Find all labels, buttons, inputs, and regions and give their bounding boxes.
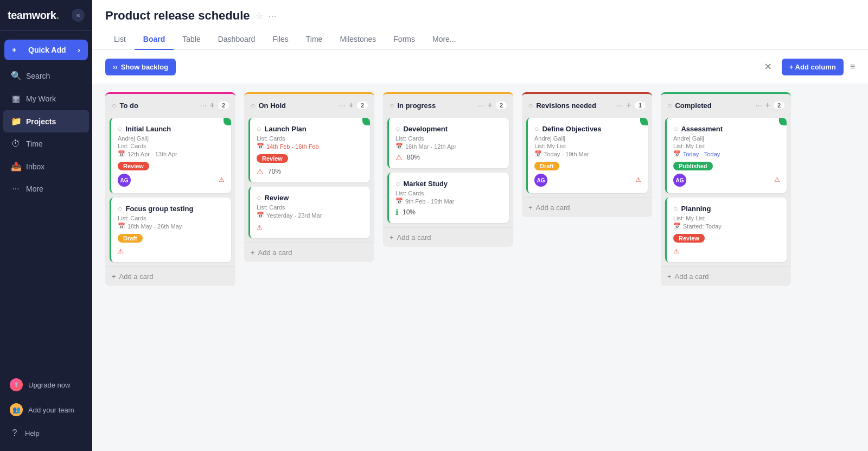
card-development[interactable]: ○ Development List: Cards 📅 16th Mar - 1… [387,118,509,168]
calendar-icon: 📅 [395,198,403,205]
help-item[interactable]: ? Help [4,423,88,443]
filter-icon[interactable]: ≡ [850,62,855,72]
card-initial-launch[interactable]: ○ Initial Launch Andrej Gailj List: Card… [110,118,231,193]
card-check-icon: ○ [673,204,678,213]
column-completed: ○ Completed ··· + 2 ○ Assessment Andrej … [661,92,791,286]
todo-count: 2 [218,101,229,109]
completed-add-button[interactable]: + [765,100,770,110]
tab-board[interactable]: Board [135,29,174,50]
todo-add-button[interactable]: + [210,100,215,110]
progress-row: ⚠ 80% [395,153,502,162]
warning-icon: ⚠ [219,176,225,183]
sidebar-item-search[interactable]: 🔍 Search [3,65,89,87]
sidebar-item-quick-add[interactable]: + Quick Add › [4,40,88,60]
more-label: More [26,185,43,193]
progress-value: 80% [407,154,420,161]
tab-forms[interactable]: Forms [385,29,424,50]
progress-warning-icon: ⚠ [395,153,403,162]
tab-milestones[interactable]: Milestones [331,29,385,50]
card-launch-plan[interactable]: ○ Launch Plan List: Cards 📅 14th Feb - 1… [248,118,370,182]
inprogress-add-button[interactable]: + [488,100,493,110]
sidebar-item-time[interactable]: ⏱ Time [3,133,89,155]
card-warning-row: ⚠ [257,222,363,232]
sidebar-item-projects[interactable]: 📁 Projects [3,110,89,132]
inprogress-add-card[interactable]: + Add a card [383,227,513,247]
onhold-cards: ○ Launch Plan List: Cards 📅 14th Feb - 1… [244,115,374,242]
inbox-label: Inbox [26,162,44,171]
tab-table[interactable]: Table [174,29,209,50]
board-toolbar: ›› Show backlog ✕ + Add column ≡ [92,50,868,84]
calendar-icon: 📅 [118,223,125,230]
card-footer: AG ⚠ [118,170,225,187]
my-work-label: My Work [26,94,56,103]
card-list: List: Cards [118,215,225,221]
onhold-options-icon[interactable]: ··· [339,101,346,110]
card-focus-group[interactable]: ○ Focus group testing List: Cards 📅 18th… [110,198,231,262]
warning-icon: ⚠ [774,176,780,183]
completed-options-icon[interactable]: ··· [756,101,762,110]
card-date: 📅 Today - 19th Mar [534,150,641,157]
card-corner-indicator [640,118,648,125]
column-inprogress: ○ In progress ··· + 2 ○ Development List… [383,92,513,247]
card-market-study[interactable]: ○ Market Study List: Cards 📅 9th Feb - 1… [387,173,509,223]
sidebar-item-inbox[interactable]: 📥 Inbox [3,155,89,177]
card-assessment[interactable]: ○ Assessment Andrej Gailj List: My List … [665,118,787,193]
add-column-button[interactable]: + Add column [782,59,844,75]
card-planning[interactable]: ○ Planning List: My List 📅 Started: Toda… [665,198,787,262]
tab-bar: List Board Table Dashboard Files Time Mi… [105,29,855,49]
card-date: 📅 16th Mar - 12th Apr [395,143,502,150]
card-date: 📅 18th May - 26th May [118,223,225,230]
card-check-icon: ○ [118,124,122,133]
more-icon: ··· [11,184,21,194]
sidebar-collapse-button[interactable]: « [72,9,85,22]
revisions-add-button[interactable]: + [627,100,631,110]
upgrade-icon: ⬆ [10,378,23,391]
card-check-icon: ○ [395,179,400,188]
quick-add-label: Quick Add [28,46,66,54]
sidebar-item-more[interactable]: ··· More [3,178,89,200]
revisions-count: 1 [635,101,646,109]
card-date: 📅 12th Apr - 13th Apr [118,150,225,157]
column-onhold-header: ○ On Hold ··· + 2 [244,92,374,115]
project-title: Product release schedule [105,9,250,23]
tab-more[interactable]: More... [424,29,465,50]
todo-options-icon[interactable]: ··· [200,101,207,110]
add-card-icon: + [528,204,533,212]
completed-add-card[interactable]: + Add a card [661,266,791,286]
upgrade-item[interactable]: ⬆ Upgrade now [4,373,88,397]
add-card-label: Add a card [119,272,154,281]
calendar-icon: 📅 [673,150,681,157]
completed-count: 2 [774,101,784,109]
tab-files[interactable]: Files [264,29,297,50]
inprogress-check-icon: ○ [390,101,394,110]
add-team-item[interactable]: 👥 Add your team [4,398,88,422]
tab-list[interactable]: List [105,29,135,50]
add-card-label: Add a card [675,272,709,281]
revisions-options-icon[interactable]: ··· [617,101,623,110]
close-button[interactable]: ✕ [761,58,775,76]
sidebar-item-my-work[interactable]: ▦ My Work [3,87,89,110]
calendar-icon: 📅 [673,223,681,230]
show-backlog-label: Show backlog [121,63,168,71]
inprogress-options-icon[interactable]: ··· [478,101,484,110]
calendar-icon: 📅 [257,212,264,219]
card-review[interactable]: ○ Review List: Cards 📅 Yesterday - 23rd … [248,187,370,238]
card-define-objectives[interactable]: ○ Define Objectives Andrej Gailj List: M… [526,118,648,193]
backlog-arrow-icon: ›› [113,63,118,71]
star-icon[interactable]: ☆ [256,11,263,21]
card-corner-indicator [779,118,787,125]
help-label: Help [25,429,40,437]
card-avatar: AG [673,174,686,187]
team-icon: 👥 [10,403,23,416]
tab-dashboard[interactable]: Dashboard [209,29,264,50]
onhold-add-card[interactable]: + Add a card [244,243,374,262]
card-list: List: Cards [395,190,502,196]
todo-add-card[interactable]: + Add a card [105,266,235,286]
tab-time[interactable]: Time [297,29,331,50]
show-backlog-button[interactable]: ›› Show backlog [105,59,176,75]
title-options-icon[interactable]: ··· [269,10,277,22]
onhold-add-button[interactable]: + [349,100,354,110]
revisions-add-card[interactable]: + Add a card [522,198,652,217]
calendar-icon: 📅 [534,150,542,157]
card-check-icon: ○ [534,124,539,133]
